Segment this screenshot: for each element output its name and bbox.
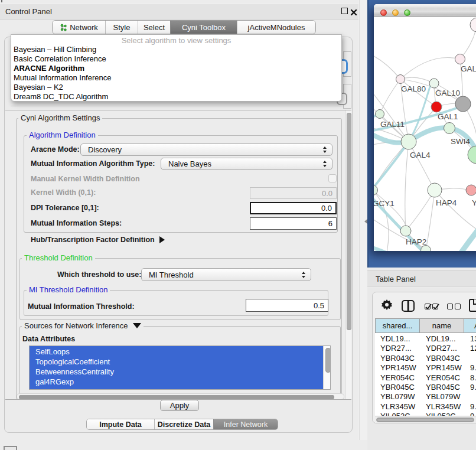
apply-button[interactable]: Apply (160, 400, 199, 411)
document-icon[interactable] (469, 299, 476, 312)
dropdown-item-dream8-dc-tdc-algorithm[interactable]: Dream8 DC_TDC Algorithm (14, 92, 108, 101)
table-cell: 8. (470, 373, 476, 382)
deselect-checkbox-icon[interactable] (447, 304, 453, 309)
tab-select[interactable]: Select (138, 21, 170, 34)
network-edge[interactable] (405, 142, 409, 231)
icon-shape (426, 304, 431, 309)
minimized-panel-icon[interactable] (4, 446, 17, 450)
attribute-item-topologicalcoefficient[interactable]: TopologicalCoefficient (35, 357, 110, 366)
algorithm-dropdown-popup: Select algorithm to view settings Bayesi… (11, 34, 342, 102)
network-node-gal11[interactable] (376, 110, 384, 119)
tab-infer-network[interactable]: Infer Network (213, 419, 278, 429)
attributes-list-scrollbar[interactable] (323, 346, 331, 390)
column-header-a[interactable]: A (464, 319, 476, 332)
dropdown-item-bayesian-hill-climbing[interactable]: Bayesian – Hill Climbing (14, 45, 96, 54)
node-label-gal2: GAL2 (461, 64, 476, 73)
column-header-shared[interactable]: shared... (376, 319, 420, 332)
network-edge[interactable] (374, 54, 400, 79)
tab-jactivemnodules[interactable]: jActiveMNodules (237, 21, 315, 34)
which-threshold-combobox[interactable]: MI Threshold (141, 268, 311, 281)
network-edge[interactable] (409, 142, 435, 190)
network-node-swi4[interactable] (444, 123, 455, 134)
table-row[interactable]: YBL079WYBL079W (375, 391, 476, 401)
network-node-gal10[interactable] (429, 79, 439, 88)
settings-horizontal-scrollbar[interactable] (17, 393, 344, 400)
column-header-name[interactable]: name (420, 319, 464, 332)
zoom-window-icon[interactable] (404, 9, 410, 16)
table-row[interactable]: YBR045CYBR045C9. (375, 381, 476, 392)
dropdown-item-aracne-algorithm[interactable]: ARACNE Algorithm (14, 64, 84, 73)
mi-steps-field[interactable]: 6 (250, 217, 337, 230)
dpi-tolerance-field[interactable]: 0.0 (250, 202, 337, 214)
scrollbar-thumb[interactable] (325, 348, 331, 373)
table-row[interactable]: YDR27...YDR27...12 (375, 343, 476, 353)
deselect-checkbox-icon[interactable] (455, 304, 461, 309)
table-horizontal-scrollbar[interactable] (375, 416, 476, 423)
data-attributes-list[interactable]: SelfLoopsTopologicalCoefficientBetweenne… (29, 345, 331, 390)
tab-network[interactable]: Network (53, 21, 105, 34)
network-edge[interactable] (435, 190, 476, 233)
float-window-icon[interactable] (341, 8, 348, 14)
network-node[interactable] (455, 96, 471, 112)
network-edge[interactable] (426, 190, 435, 250)
network-node-gal2[interactable] (455, 54, 465, 64)
close-icon[interactable] (350, 8, 357, 15)
tab-style[interactable]: Style (105, 21, 138, 34)
mi-threshold-label: Mutual Information Threshold: (28, 302, 135, 311)
network-edge[interactable] (374, 142, 409, 196)
dropdown-item-basic-correlation-inference[interactable]: Basic Correlation Inference (14, 54, 106, 63)
tab-impute-data[interactable]: Impute Data (87, 419, 154, 429)
table-cell: YER054C (380, 373, 415, 382)
attribute-item-selfloops[interactable]: SelfLoops (35, 347, 70, 356)
network-node-y[interactable] (466, 185, 476, 195)
scrollbar-thumb[interactable] (376, 418, 474, 422)
network-window-titlebar[interactable] (374, 4, 476, 17)
table-row[interactable]: YPR145WYPR145W9. (375, 362, 476, 372)
node-label-gal4: GAL4 (410, 151, 431, 159)
select-all-checkbox-icon[interactable] (425, 304, 431, 309)
aracne-mode-combobox[interactable]: Discovery (80, 144, 332, 156)
table-row[interactable]: YER054CYER054C8. (375, 372, 476, 382)
mi-algorithm-type-combobox[interactable]: Naive Bayes (161, 158, 332, 170)
table-row[interactable]: YDL19...YDL19...13 (375, 333, 476, 343)
select-all-checkbox-icon[interactable] (432, 304, 438, 309)
network-edge[interactable] (374, 190, 406, 231)
attribute-item-betweennesscentrality[interactable]: BetweennessCentrality (35, 367, 114, 376)
network-node-gal4[interactable] (401, 134, 416, 149)
network-node-gal1[interactable] (431, 102, 442, 112)
minimize-window-icon[interactable] (392, 9, 399, 16)
mi-algorithm-type-label: Mutual Information Algorithm Type: (31, 159, 155, 168)
network-canvas[interactable]: GAL2GAL80GAL10GAL1GAL11SWI4GAL4GCY1HAP4Y… (374, 18, 476, 251)
network-node[interactable] (470, 18, 476, 32)
settings-vertical-scrollbar[interactable] (345, 110, 351, 399)
scrollbar-thumb[interactable] (19, 395, 334, 399)
dropdown-item-mutual-information-inference[interactable]: Mutual Information Inference (14, 73, 111, 82)
tab-cyni-toolbox[interactable]: Cyni Toolbox (170, 21, 237, 34)
sources-section-toggle[interactable]: Sources for Network Inference (22, 321, 144, 330)
mi-threshold-field[interactable]: 0.5 (246, 299, 328, 312)
scrollbar-thumb[interactable] (347, 113, 351, 330)
hub-transcription-section-toggle[interactable]: Hub/Transcription Factor Definition (31, 236, 165, 244)
tab-discretize-data[interactable]: Discretize Data (154, 419, 213, 429)
attribute-item-gal4rgexp[interactable]: gal4RGexp (35, 377, 74, 386)
split-columns-icon[interactable] (402, 300, 415, 312)
close-window-icon[interactable] (380, 9, 387, 16)
combobox-arrows-icon (322, 161, 327, 167)
network-node-hap2[interactable] (400, 226, 411, 236)
manual-kernel-width-checkbox[interactable] (328, 174, 337, 182)
network-node-gal80[interactable] (396, 75, 405, 84)
tab-label: Select (144, 23, 165, 32)
table-row[interactable]: YLR345WYLR345W9. (375, 401, 476, 411)
network-node[interactable] (468, 146, 476, 164)
network-edge[interactable] (446, 222, 476, 251)
table-row[interactable]: YBR043CYBR043C (375, 353, 476, 363)
gear-icon[interactable] (381, 299, 393, 311)
network-edge[interactable] (400, 58, 460, 79)
network-view-window[interactable]: GAL2GAL80GAL10GAL1GAL11SWI4GAL4GCY1HAP4Y… (374, 4, 476, 251)
node-label-gal1: GAL1 (438, 112, 458, 121)
split-pane-divider[interactable] (358, 0, 367, 440)
network-node-hap4[interactable] (428, 183, 442, 197)
kernel-width-field[interactable]: 0.0 (250, 187, 337, 199)
network-edge[interactable] (380, 79, 400, 114)
dropdown-item-bayesian-k2[interactable]: Bayesian – K2 (14, 83, 63, 92)
